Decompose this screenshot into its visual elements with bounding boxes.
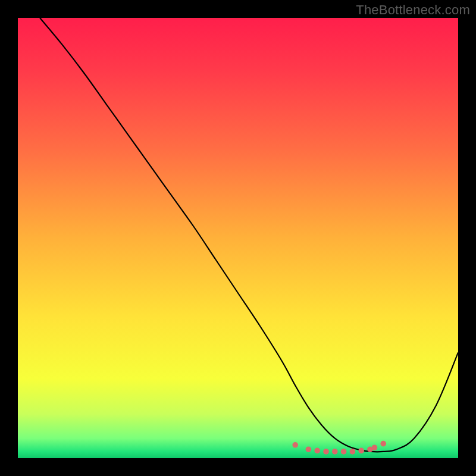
gradient-background <box>18 18 458 458</box>
highlight-dot <box>380 441 386 447</box>
highlight-dot <box>341 449 347 455</box>
chart-svg <box>0 0 476 476</box>
highlight-dot <box>372 444 378 450</box>
highlight-dot <box>292 442 298 448</box>
highlight-dot <box>314 448 320 454</box>
chart-container: TheBottleneck.com <box>0 0 476 476</box>
highlight-dot <box>332 449 338 455</box>
watermark-text: TheBottleneck.com <box>356 2 470 18</box>
highlight-dot <box>358 448 364 454</box>
highlight-dot <box>306 446 312 452</box>
highlight-dot <box>350 449 356 455</box>
highlight-dot <box>323 449 329 455</box>
